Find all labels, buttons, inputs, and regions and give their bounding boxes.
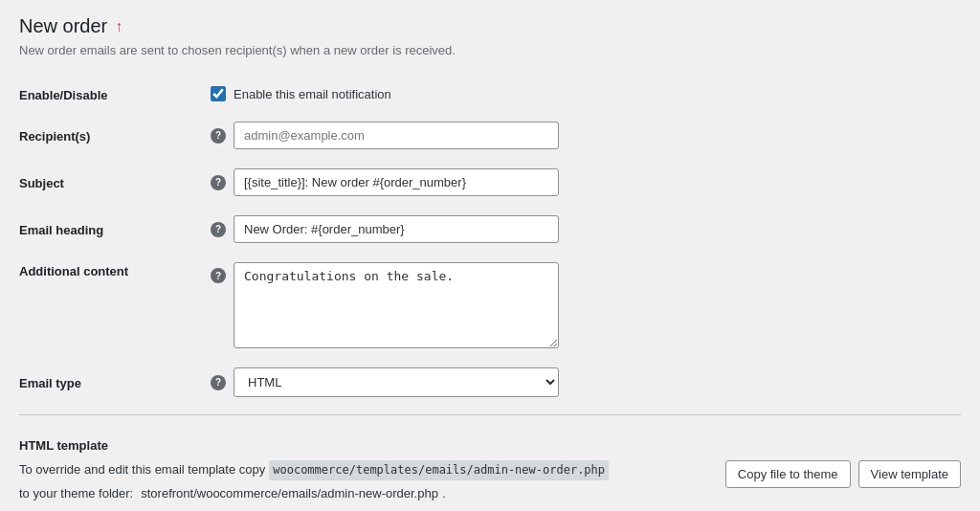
email-type-label: Email type — [19, 358, 211, 407]
subject-input[interactable] — [234, 168, 559, 196]
template-section-title: HTML template — [19, 438, 961, 453]
additional-content-label: Additional content — [19, 253, 211, 358]
email-type-select[interactable]: HTML Plain text Multipart — [234, 367, 559, 397]
recipients-input[interactable] — [234, 122, 559, 149]
template-desc-middle: to your theme folder: — [19, 484, 133, 504]
upload-icon[interactable]: ↑ — [115, 18, 122, 35]
recipients-row: Recipient(s) ? — [19, 112, 961, 159]
enable-disable-cell: Enable this email notification — [211, 77, 961, 112]
template-file-path: woocommerce/templates/emails/admin-new-o… — [269, 460, 609, 480]
title-row: New order ↑ — [19, 15, 961, 37]
email-type-help-icon[interactable]: ? — [211, 375, 226, 390]
email-heading-cell: ? — [211, 206, 961, 253]
subject-row: Subject ? — [19, 159, 961, 206]
enable-checkbox[interactable] — [211, 86, 226, 101]
recipients-label: Recipient(s) — [19, 112, 211, 159]
page-description: New order emails are sent to chosen reci… — [19, 43, 961, 57]
subject-label: Subject — [19, 159, 211, 206]
email-heading-input-wrapper: ? — [211, 215, 961, 243]
copy-file-to-theme-button[interactable]: Copy file to theme — [725, 460, 851, 488]
additional-content-input-wrapper: ? Congratulations on the sale. — [211, 262, 961, 348]
email-type-input-wrapper: ? HTML Plain text Multipart — [211, 367, 961, 397]
additional-content-cell: ? Congratulations on the sale. — [211, 253, 961, 358]
recipients-help-icon[interactable]: ? — [211, 128, 226, 144]
subject-cell: ? — [211, 159, 961, 206]
email-heading-row: Email heading ? — [19, 206, 961, 253]
recipients-cell: ? — [211, 112, 961, 159]
subject-help-icon[interactable]: ? — [211, 175, 226, 190]
checkbox-row: Enable this email notification — [211, 86, 961, 101]
additional-content-help-icon[interactable]: ? — [211, 268, 226, 283]
additional-content-row: Additional content ? Congratulations on … — [19, 253, 961, 358]
enable-disable-row: Enable/Disable Enable this email notific… — [19, 77, 961, 112]
enable-disable-label: Enable/Disable — [19, 77, 211, 112]
email-type-row: Email type ? HTML Plain text Multipart — [19, 358, 961, 407]
email-heading-help-icon[interactable]: ? — [211, 222, 226, 237]
email-heading-input[interactable] — [234, 215, 559, 243]
checkbox-label: Enable this email notification — [234, 87, 391, 101]
recipients-input-wrapper: ? — [211, 122, 961, 149]
page-container: New order ↑ New order emails are sent to… — [0, 0, 980, 511]
subject-input-wrapper: ? — [211, 168, 961, 196]
template-desc-prefix: To override and edit this email template… — [19, 460, 265, 480]
template-description: To override and edit this email template… — [19, 460, 689, 504]
divider — [19, 414, 961, 415]
additional-content-textarea[interactable]: Congratulations on the sale. — [234, 262, 559, 348]
template-section: HTML template To override and edit this … — [19, 423, 961, 504]
template-desc-suffix: . — [442, 484, 446, 504]
template-area: To override and edit this email template… — [19, 460, 961, 504]
view-template-button[interactable]: View template — [858, 460, 961, 488]
template-buttons: Copy file to theme View template — [725, 460, 961, 488]
email-type-cell: ? HTML Plain text Multipart — [211, 358, 961, 407]
email-heading-label: Email heading — [19, 206, 211, 253]
page-title: New order — [19, 15, 107, 37]
template-theme-path: storefront/woocommerce/emails/admin-new-… — [141, 484, 438, 504]
form-table: Enable/Disable Enable this email notific… — [19, 77, 961, 407]
